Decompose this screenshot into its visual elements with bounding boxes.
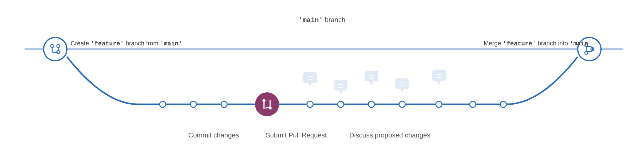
diagram-container: 'main' branch Create 'feature' branch fr…: [0, 0, 644, 162]
svg-point-15: [221, 101, 227, 107]
svg-point-2: [44, 37, 67, 61]
discuss-changes-label: Discuss proposed changes: [344, 131, 436, 139]
svg-point-23: [307, 101, 313, 107]
svg-point-25: [368, 101, 374, 107]
svg-marker-43: [400, 89, 404, 93]
svg-marker-39: [370, 81, 373, 85]
commit-changes-label: Commit changes: [178, 131, 249, 139]
svg-point-28: [470, 101, 476, 107]
svg-point-13: [160, 101, 166, 107]
create-branch-label: Create 'feature' branch from 'main': [71, 40, 182, 47]
svg-rect-46: [432, 70, 446, 81]
svg-point-24: [338, 101, 344, 107]
svg-point-16: [255, 93, 279, 116]
svg-rect-38: [365, 71, 378, 81]
svg-marker-31: [308, 83, 312, 87]
merge-branch-label: Merge 'feature' branch into 'main': [484, 40, 592, 47]
main-branch-label: 'main' branch: [299, 16, 346, 24]
svg-point-27: [436, 101, 442, 107]
svg-marker-1: [620, 48, 625, 51]
main-branch-text: 'main' branch: [299, 16, 346, 24]
submit-pr-label: Submit Pull Request: [261, 131, 332, 139]
svg-rect-42: [395, 78, 409, 89]
svg-marker-47: [437, 81, 441, 84]
svg-rect-34: [334, 80, 347, 91]
svg-point-29: [500, 101, 506, 107]
svg-point-14: [190, 101, 196, 107]
svg-marker-35: [339, 91, 343, 94]
svg-rect-30: [303, 72, 317, 83]
svg-point-26: [399, 101, 405, 107]
